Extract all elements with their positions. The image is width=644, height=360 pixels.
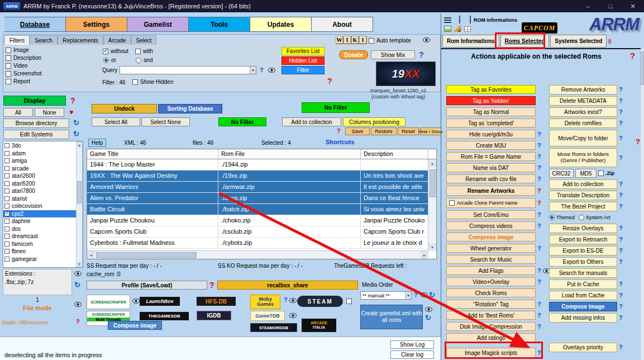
no-filter-button[interactable]: No Filter xyxy=(218,117,266,126)
depth-help-icon[interactable]: ? xyxy=(76,319,80,325)
gametdb-logo[interactable]: GameTDB xyxy=(250,311,285,321)
menu-tab[interactable]: Gamelist xyxy=(127,17,189,32)
action-button[interactable]: Disk Image Compression xyxy=(446,322,536,331)
action-button[interactable]: Resize Overlays xyxy=(549,224,617,233)
system-checkbox[interactable] xyxy=(4,158,9,163)
system-checkbox[interactable] xyxy=(4,166,9,171)
template-visibility-icon[interactable] xyxy=(423,37,430,42)
extensions-refresh-icon[interactable]: ↻ xyxy=(74,281,80,288)
move-copy-to-folder-button[interactable]: Move/Copy to folder xyxy=(549,130,617,146)
right-panel-tab[interactable]: Rom Informations xyxy=(442,35,499,48)
action-button[interactable]: "Rotation" Tag xyxy=(446,300,536,309)
action-button[interactable]: Add to 'Best Roms' xyxy=(446,311,536,320)
help-icon[interactable]: ? xyxy=(537,188,541,194)
action-button[interactable]: Export to Others xyxy=(549,257,617,267)
gamelist-visibility-icon[interactable] xyxy=(425,307,432,312)
gametdb-visibility-icon[interactable] xyxy=(289,313,297,318)
table-row[interactable]: Capcom Sports Club ./csclub.zip Capcom S… xyxy=(87,226,436,238)
help-icon[interactable]: ? xyxy=(537,212,541,218)
edit-icon[interactable] xyxy=(454,25,461,32)
hfsdb-logo[interactable]: HFS-DB xyxy=(197,297,236,306)
help-icon[interactable]: ? xyxy=(537,312,541,319)
action-button[interactable]: Export to ES-DE xyxy=(549,246,617,255)
action-button[interactable]: Delete METADATA xyxy=(549,96,617,106)
wiki-tile[interactable]: I xyxy=(344,36,351,44)
query-help-icon[interactable]: ? xyxy=(260,67,264,73)
scroll-left-icon[interactable]: ◄ xyxy=(87,251,95,259)
system-list-item[interactable]: famicom xyxy=(3,240,83,248)
system-checkbox[interactable] xyxy=(4,151,9,156)
clear-log-button[interactable]: Clear log xyxy=(390,350,434,359)
table-row[interactable]: 1944 : The Loop Master ./1944.zip xyxy=(87,159,436,170)
action-button[interactable]: Name via DAT xyxy=(446,163,536,172)
image-magick-scripts-button[interactable]: Image Magick scripts xyxy=(446,348,536,358)
chevron-down-icon[interactable]: ▼ xyxy=(405,292,411,299)
help-icon[interactable]: ? xyxy=(537,223,541,229)
media-order-refresh-icon[interactable]: ↻ xyxy=(429,291,435,299)
system-list-item[interactable]: cps2 xyxy=(3,210,83,218)
menu-tab[interactable]: Settings xyxy=(66,17,127,32)
rom-list-icon[interactable] xyxy=(444,17,451,23)
system-checkbox[interactable] xyxy=(4,219,9,224)
steam-checkbox[interactable] xyxy=(346,299,352,304)
table-row[interactable]: Alien vs. Predator ./avsp.zip Dans ce Be… xyxy=(87,193,436,204)
share-profile-banner[interactable]: recalbox_share xyxy=(217,281,358,290)
system-list-item[interactable]: daphne xyxy=(3,217,83,225)
help-button[interactable]: Help xyxy=(88,139,106,147)
action-button[interactable]: Artworks exist? xyxy=(549,107,617,117)
display-help-icon[interactable]: ? xyxy=(70,97,75,105)
help-icon[interactable]: ? xyxy=(537,324,541,330)
restore-layout-button[interactable]: Restore xyxy=(371,127,397,135)
menu-tab[interactable]: Database xyxy=(4,17,66,32)
media-filter-checkbox[interactable]: Report xyxy=(6,78,42,84)
edit-systems-button[interactable]: Edit Systems xyxy=(3,130,69,139)
save-layout-button[interactable]: Save xyxy=(345,127,370,135)
steamgriddb-logo[interactable]: STEAMGRIDDB xyxy=(250,323,297,332)
favorites-list-button[interactable]: Favorites List xyxy=(282,47,325,55)
help-icon[interactable]: ? xyxy=(619,315,623,321)
add-to-collection-button[interactable]: Add to collection xyxy=(282,117,341,126)
help-icon[interactable]: ? xyxy=(537,176,541,182)
table-row[interactable]: Cyberbots : Fullmetal Madness ./cybots.z… xyxy=(87,238,436,249)
action-button[interactable]: Add Flags xyxy=(446,266,536,275)
undock-button[interactable]: Undock xyxy=(92,104,157,113)
mix-help-icon[interactable]: ? xyxy=(419,51,424,59)
help-icon[interactable]: ? xyxy=(619,225,623,231)
query-combobox[interactable]: ▼ xyxy=(120,66,256,74)
sorting-database-button[interactable]: Sorting Database xyxy=(158,104,222,113)
help-icon[interactable]: ? xyxy=(619,181,623,187)
query-visibility-icon[interactable] xyxy=(268,68,275,73)
help-icon[interactable]: ? xyxy=(537,154,541,160)
show-hidden-checkbox[interactable]: Show Hidden xyxy=(132,79,173,85)
system-checkbox[interactable] xyxy=(4,188,9,193)
wiki-tile[interactable]: K xyxy=(351,36,359,44)
select-none-systems-button[interactable]: None xyxy=(35,108,64,117)
move-roms-in-folders-button[interactable]: Move Roms in folders (Genre / Publisher) xyxy=(549,148,617,167)
table-vertical-scrollbar[interactable]: ▲ ▼ xyxy=(428,159,436,251)
action-button[interactable]: Put in Cache xyxy=(549,280,617,289)
system-list-item[interactable]: 3do xyxy=(3,142,83,150)
monitor2-icon[interactable] xyxy=(470,16,471,23)
zip-checkbox[interactable] xyxy=(598,170,604,176)
filter-help-icon[interactable]: ? xyxy=(327,77,332,85)
action-button[interactable]: Create M3U xyxy=(446,141,536,150)
help-icon[interactable]: ? xyxy=(537,279,541,285)
help-icon[interactable]: ? xyxy=(619,236,623,243)
system-list-item[interactable]: gamegear xyxy=(3,255,83,263)
system-list-item[interactable]: colecovision xyxy=(3,202,83,210)
action-button[interactable]: Search for Music xyxy=(446,255,536,264)
help-icon[interactable]: ? xyxy=(619,98,623,104)
table-row[interactable]: Battle Circuit ./batcir.zip Si vous aime… xyxy=(87,204,436,215)
screenscraper-logo[interactable]: SCREENSCRAPER xyxy=(87,295,130,309)
system-checkbox[interactable] xyxy=(4,181,9,186)
or-radio[interactable]: or xyxy=(103,57,116,63)
close-button[interactable] xyxy=(622,0,644,12)
layout-help-icon[interactable]: ? xyxy=(337,128,341,134)
help-icon[interactable]: ? xyxy=(619,248,623,254)
browse-directory-button[interactable]: Browse directory xyxy=(3,119,69,128)
system-list-item[interactable]: atari2600 xyxy=(3,172,83,180)
filter-tab[interactable]: Search xyxy=(30,35,58,45)
systems-listbox[interactable]: 3doadamamigaarcadeatari2600atari5200atar… xyxy=(3,141,83,268)
help-icon[interactable]: ? xyxy=(619,203,623,210)
media-filter-checkbox[interactable]: Description xyxy=(6,55,42,61)
